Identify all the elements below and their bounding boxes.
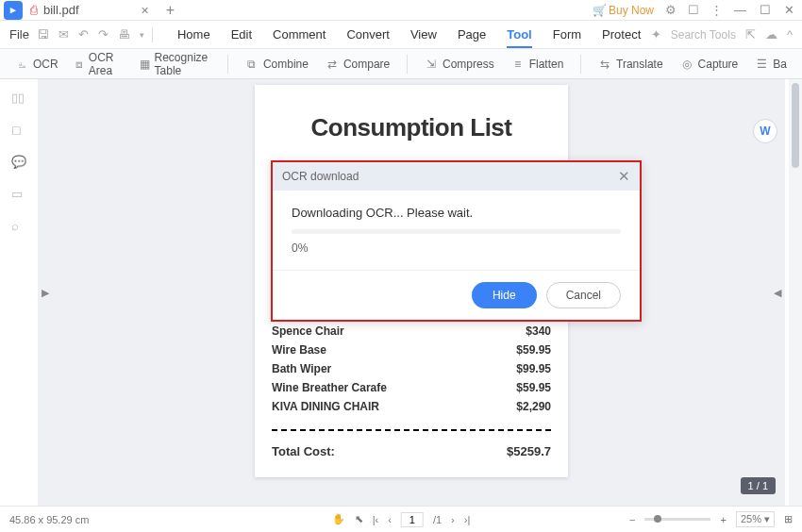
wand-icon[interactable]: ✦ xyxy=(651,27,661,42)
table-icon: ▦ xyxy=(140,58,150,71)
minimize-icon[interactable]: — xyxy=(734,3,746,17)
search-tools-input[interactable]: Search Tools xyxy=(671,28,736,42)
hide-button[interactable]: Hide xyxy=(472,282,537,308)
table-row: Wine Breather Carafe$59.95 xyxy=(272,378,551,397)
combine-icon: ⧉ xyxy=(245,58,259,71)
user-icon[interactable]: ☐ xyxy=(688,3,699,17)
pdf-icon: ⎙ xyxy=(30,3,38,17)
ocr-button[interactable]: ⎁OCR xyxy=(9,55,64,74)
menu-tool[interactable]: Tool xyxy=(507,27,531,48)
file-menu[interactable]: File xyxy=(9,27,29,42)
ocr-download-dialog: OCR download ✕ Downloading OCR... Please… xyxy=(271,160,642,322)
progress-bar xyxy=(292,229,621,234)
collapse-icon[interactable]: ^ xyxy=(787,27,793,42)
translate-button[interactable]: ⇆Translate xyxy=(593,55,669,74)
table-row: Bath Wiper$99.95 xyxy=(272,359,551,378)
attachment-icon[interactable]: ▭ xyxy=(11,187,26,202)
last-page-icon[interactable]: ›| xyxy=(464,514,471,525)
total-row: Total Cost: $5259.7 xyxy=(272,444,551,458)
divider xyxy=(152,27,153,42)
menu-page[interactable]: Page xyxy=(458,27,486,42)
document-tab[interactable]: ⎙ bill.pdf × xyxy=(23,0,157,20)
close-window-icon[interactable]: ✕ xyxy=(784,3,794,17)
thumbnails-icon[interactable]: ▯▯ xyxy=(11,91,26,106)
menu-view[interactable]: View xyxy=(410,27,437,42)
zoom-slider[interactable] xyxy=(644,518,710,521)
save-icon[interactable]: 🖫 xyxy=(37,27,49,42)
batch-button[interactable]: ☰Ba xyxy=(749,55,793,74)
undo-icon[interactable]: ↶ xyxy=(78,27,89,42)
buy-now-link[interactable]: 🛒 Buy Now xyxy=(593,4,654,17)
ocr-area-icon: ⧈ xyxy=(75,58,84,71)
new-tab-button[interactable]: + xyxy=(166,2,175,19)
tab-close-icon[interactable]: × xyxy=(142,3,149,18)
scrollbar-thumb[interactable] xyxy=(792,83,799,168)
word-export-badge[interactable]: W xyxy=(753,119,777,143)
cancel-button[interactable]: Cancel xyxy=(546,282,621,308)
tab-title: bill.pdf xyxy=(43,3,79,17)
app-icon: ▸ xyxy=(4,1,23,20)
compress-icon: ⇲ xyxy=(425,58,438,71)
search-icon[interactable]: ⌕ xyxy=(11,219,26,234)
next-page-chevron[interactable]: ◀ xyxy=(774,287,781,299)
cloud-icon[interactable]: ☁ xyxy=(765,27,777,42)
cursor-coordinates: 45.86 x 95.29 cm xyxy=(9,514,89,525)
compare-button[interactable]: ⇄Compare xyxy=(320,55,395,74)
side-panel: ▯▯ ◻ 💬 ▭ ⌕ xyxy=(0,79,38,506)
hand-tool-icon[interactable]: ✋ xyxy=(332,513,345,525)
zoom-out-icon[interactable]: − xyxy=(629,514,635,525)
page-total: /1 xyxy=(433,514,442,525)
total-label: Total Cost: xyxy=(272,444,335,458)
redo-icon[interactable]: ↷ xyxy=(98,27,109,42)
dialog-close-icon[interactable]: ✕ xyxy=(618,168,630,185)
select-tool-icon[interactable]: ⬉ xyxy=(355,513,363,525)
menu-convert[interactable]: Convert xyxy=(346,27,390,42)
share-icon[interactable]: ⇱ xyxy=(745,27,756,42)
progress-percent: 0% xyxy=(292,241,621,255)
zoom-level-select[interactable]: 25% ▾ xyxy=(736,511,775,527)
comment-icon[interactable]: 💬 xyxy=(11,155,26,170)
tool-toolbar: ⎁OCR ⧈OCR Area ▦Recognize Table ⧉Combine… xyxy=(0,49,802,79)
menu-form[interactable]: Form xyxy=(553,27,581,42)
prev-page-icon[interactable]: ‹ xyxy=(388,514,392,525)
combine-button[interactable]: ⧉Combine xyxy=(240,55,314,74)
main-menu: Home Edit Comment Convert View Page Tool… xyxy=(177,27,641,42)
document-heading: Consumption List xyxy=(272,113,551,142)
first-page-icon[interactable]: |‹ xyxy=(373,514,379,525)
prev-page-chevron[interactable]: ▶ xyxy=(42,287,49,299)
divider xyxy=(407,55,408,74)
ocr-area-button[interactable]: ⧈OCR Area xyxy=(70,48,128,80)
mail-icon[interactable]: ✉ xyxy=(58,27,69,42)
translate-icon: ⇆ xyxy=(598,58,611,71)
table-row: Spence Chair$340 xyxy=(272,322,551,341)
dropdown-icon[interactable]: ▾ xyxy=(140,30,144,40)
fit-page-icon[interactable]: ⊞ xyxy=(784,513,793,525)
next-page-icon[interactable]: › xyxy=(451,514,455,525)
capture-button[interactable]: ◎Capture xyxy=(675,55,744,74)
divider xyxy=(580,55,581,74)
dialog-title: OCR download xyxy=(282,170,359,183)
title-bar: ▸ ⎙ bill.pdf × + 🛒 Buy Now ⚙ ☐ ⋮ — ☐ ✕ xyxy=(0,0,802,21)
menu-protect[interactable]: Protect xyxy=(602,27,641,42)
maximize-icon[interactable]: ☐ xyxy=(760,3,771,17)
dialog-message: Downloading OCR... Please wait. xyxy=(292,206,621,220)
vertical-scrollbar[interactable] xyxy=(789,79,802,506)
kebab-icon[interactable]: ⋮ xyxy=(710,3,723,17)
dialog-header: OCR download ✕ xyxy=(273,162,640,191)
capture-icon: ◎ xyxy=(680,58,693,71)
divider-dashed xyxy=(272,429,551,431)
flatten-button[interactable]: ≡Flatten xyxy=(506,55,570,74)
table-row: KIVA DINING CHAIR$2,290 xyxy=(272,397,551,416)
menu-edit[interactable]: Edit xyxy=(231,27,252,42)
gift-icon[interactable]: ⚙ xyxy=(665,3,677,17)
menu-home[interactable]: Home xyxy=(177,27,210,42)
divider xyxy=(227,55,228,74)
zoom-in-icon[interactable]: + xyxy=(720,514,726,525)
ocr-icon: ⎁ xyxy=(15,58,28,71)
compress-button[interactable]: ⇲Compress xyxy=(419,55,500,74)
page-number-input[interactable] xyxy=(401,512,424,527)
print-icon[interactable]: 🖶 xyxy=(118,27,130,42)
recognize-table-button[interactable]: ▦Recognize Table xyxy=(134,48,217,80)
bookmark-icon[interactable]: ◻ xyxy=(11,123,26,138)
menu-comment[interactable]: Comment xyxy=(273,27,326,42)
